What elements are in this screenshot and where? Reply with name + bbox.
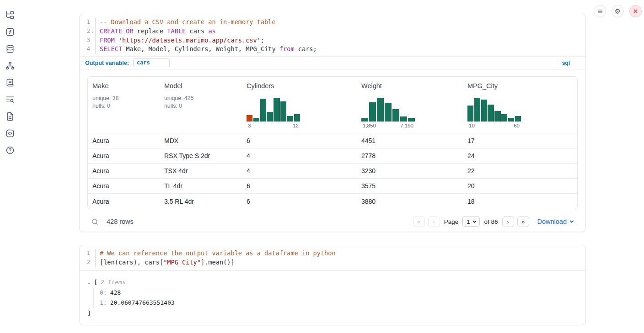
table-cell: MDX: [160, 133, 242, 148]
column-histogram[interactable]: 1,8507,190: [361, 98, 415, 128]
column-header-make[interactable]: Makeunique: 38nulls: 0: [88, 77, 160, 133]
sidebar-item-documentation[interactable]: [5, 111, 15, 121]
table-cell: 3230: [357, 164, 463, 178]
table-cell: Acura: [88, 164, 160, 178]
table-cell: Acura: [88, 148, 160, 163]
table-body: AcuraMDX6445117AcuraRSX Type S 2dr427782…: [88, 133, 577, 209]
table-cell: TL 4dr: [160, 179, 242, 193]
chevrons-left-icon: «: [417, 218, 420, 225]
code-editor[interactable]: 1# We can reference the output variable …: [80, 245, 585, 271]
table-cell: 3.5 RL 4dr: [160, 194, 242, 209]
table-row[interactable]: Acura3.5 RL 4dr6388018: [88, 194, 577, 209]
sidebar-item-file-tree[interactable]: [5, 10, 15, 20]
table-cell: 17: [463, 133, 577, 148]
output-tree: ⌄ [ 2 Items 0:4281:20.060747663551403 ]: [80, 271, 585, 325]
column-header-weight[interactable]: Weight1,8507,190: [357, 77, 463, 133]
column-header-mpg_city[interactable]: MPG_City1060: [463, 77, 577, 133]
line-number: 4: [80, 45, 95, 54]
open-bracket: [: [94, 277, 97, 287]
data-table: Makeunique: 38nulls: 0Modelunique: 425nu…: [87, 76, 578, 209]
table-row[interactable]: AcuraTSX 4dr4323022: [88, 164, 577, 179]
sidebar-item-snippets[interactable]: [5, 128, 15, 138]
line-number: 2⌄: [80, 27, 95, 36]
page-label: Page: [444, 218, 459, 225]
code-snippet-icon: [5, 129, 15, 138]
table-search-button[interactable]: [91, 218, 99, 226]
table-cell: 24: [463, 148, 577, 163]
table-cell: Acura: [88, 133, 160, 148]
code-line[interactable]: 2⌄CREATE OR replace TABLE cars as: [80, 27, 585, 36]
table-cell: 6: [242, 179, 357, 193]
output-variable-input[interactable]: cars: [133, 58, 170, 67]
function-square-icon: [5, 27, 15, 37]
code-line[interactable]: 1# We can reference the output variable …: [80, 249, 585, 258]
gear-icon: ⚙: [615, 8, 621, 15]
table-cell: RSX Type S 2dr: [160, 148, 242, 163]
table-cell: 4451: [357, 133, 463, 148]
table-cell: 4: [242, 148, 357, 163]
text-search-icon: [5, 95, 15, 104]
fold-chevron-icon[interactable]: ⌄: [90, 29, 95, 33]
table-cell: 2778: [357, 148, 463, 163]
table-row[interactable]: AcuraRSX Type S 2dr4277824: [88, 148, 577, 164]
column-title: MPG_City: [467, 82, 573, 90]
close-bracket: ]: [87, 308, 578, 318]
table-header: Makeunique: 38nulls: 0Modelunique: 425nu…: [88, 77, 577, 133]
tree-entry: 0:428: [100, 288, 578, 298]
column-histogram[interactable]: 312: [247, 98, 300, 128]
previous-page-button[interactable]: ‹: [428, 216, 440, 227]
table-cell: 6: [242, 194, 357, 209]
chevron-down-icon: [472, 220, 477, 224]
code-line[interactable]: 1-- Download a CSV and create an in-memo…: [80, 18, 585, 27]
table-cell: 6: [242, 133, 357, 148]
column-title: Make: [92, 82, 155, 90]
output-variable-bar: Output variable: cars sql: [80, 56, 585, 69]
download-button[interactable]: Download: [537, 218, 574, 225]
table-footer: 428 rows « ‹ Page 1 of 86 › » Download: [87, 214, 578, 229]
histogram-axis: 1060: [467, 122, 521, 128]
tree-root-row: ⌄ [ 2 Items: [87, 277, 578, 287]
page-total: of 86: [484, 218, 498, 225]
column-title: Weight: [361, 82, 458, 90]
page-select[interactable]: 1: [462, 217, 480, 227]
close-icon: ×: [633, 8, 638, 15]
table-row[interactable]: AcuraTL 4dr6357520: [88, 179, 577, 194]
column-stats: unique: 425nulls: 0: [164, 95, 237, 110]
code-line[interactable]: 4SELECT Make, Model, Cylinders, Weight, …: [80, 45, 585, 54]
network-icon: [5, 61, 15, 70]
pagination: « ‹ Page 1 of 86 › »: [413, 216, 529, 227]
tree-entries: 0:4281:20.060747663551403: [93, 288, 578, 308]
sidebar-item-datasources[interactable]: [5, 44, 15, 53]
sidebar-item-functions[interactable]: [5, 27, 15, 37]
page-select-value: 1: [467, 218, 470, 225]
sidebar-item-logs[interactable]: [5, 95, 15, 104]
chevrons-right-icon: »: [521, 218, 525, 225]
column-histogram[interactable]: 1060: [467, 98, 521, 128]
next-page-button[interactable]: ›: [502, 216, 514, 227]
sidebar-item-scratchpad[interactable]: [5, 78, 15, 87]
cell-output: Makeunique: 38nulls: 0Modelunique: 425nu…: [80, 69, 585, 229]
sidebar-item-dependency-graph[interactable]: [5, 61, 15, 70]
table-cell: Acura: [88, 194, 160, 209]
collapse-icon[interactable]: ⌄: [87, 280, 94, 285]
shutdown-button[interactable]: ×: [629, 5, 642, 17]
column-header-model[interactable]: Modelunique: 425nulls: 0: [160, 77, 242, 133]
first-page-button[interactable]: «: [413, 216, 425, 227]
column-header-cylinders[interactable]: Cylinders312: [242, 77, 357, 133]
code-line[interactable]: 3FROM 'https://datasets.marimo.app/cars.…: [80, 36, 585, 45]
code-line[interactable]: 2[len(cars), cars["MPG_City"].mean()]: [80, 258, 585, 267]
notebook-menu-button[interactable]: [594, 5, 606, 17]
items-count-label: 2 Items: [101, 277, 126, 287]
sidebar-item-help[interactable]: [5, 145, 15, 155]
code-editor[interactable]: 1-- Download a CSV and create an in-memo…: [80, 14, 585, 56]
table-row[interactable]: AcuraMDX6445117: [88, 133, 577, 148]
sql-cell: 1-- Download a CSV and create an in-memo…: [79, 14, 586, 232]
hamburger-menu-icon: [597, 8, 603, 15]
line-number: 1: [80, 18, 95, 27]
settings-button[interactable]: ⚙: [612, 5, 624, 17]
table-cell: 20: [463, 179, 577, 193]
last-page-button[interactable]: »: [517, 216, 529, 227]
top-actions: ⚙ ×: [594, 5, 642, 17]
line-number: 1: [80, 249, 95, 258]
chevron-left-icon: ‹: [433, 218, 435, 225]
